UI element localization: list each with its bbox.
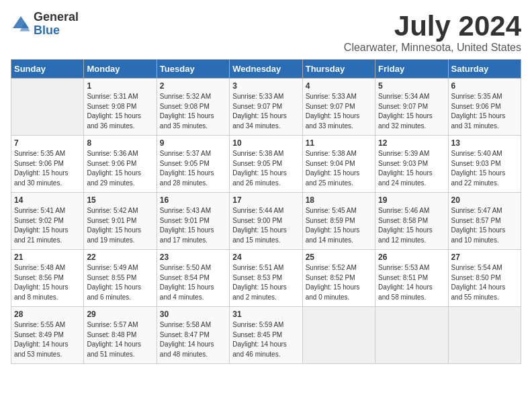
header-saturday: Saturday <box>448 60 521 79</box>
calendar-cell: 20Sunrise: 5:47 AM Sunset: 8:57 PM Dayli… <box>448 193 521 250</box>
day-number: 29 <box>87 310 153 319</box>
week-row-1: 1Sunrise: 5:31 AM Sunset: 9:08 PM Daylig… <box>11 79 521 136</box>
day-info: Sunrise: 5:53 AM Sunset: 8:51 PM Dayligh… <box>378 263 445 302</box>
logo: General Blue <box>11 11 79 38</box>
day-number: 17 <box>232 195 299 205</box>
calendar-cell: 23Sunrise: 5:50 AM Sunset: 8:54 PM Dayli… <box>157 250 229 307</box>
day-number: 21 <box>14 253 81 262</box>
day-number: 1 <box>87 81 153 91</box>
day-number: 24 <box>232 253 299 262</box>
day-info: Sunrise: 5:50 AM Sunset: 8:54 PM Dayligh… <box>160 263 226 302</box>
day-info: Sunrise: 5:33 AM Sunset: 9:07 PM Dayligh… <box>306 92 372 131</box>
week-row-5: 28Sunrise: 5:55 AM Sunset: 8:49 PM Dayli… <box>11 307 521 364</box>
day-number: 15 <box>87 195 153 205</box>
calendar-cell <box>448 307 521 364</box>
day-info: Sunrise: 5:34 AM Sunset: 9:07 PM Dayligh… <box>378 92 445 131</box>
header-thursday: Thursday <box>302 60 375 79</box>
calendar-cell: 22Sunrise: 5:49 AM Sunset: 8:55 PM Dayli… <box>84 250 157 307</box>
calendar-cell: 3Sunrise: 5:33 AM Sunset: 9:07 PM Daylig… <box>230 79 302 136</box>
header-friday: Friday <box>375 60 448 79</box>
day-info: Sunrise: 5:35 AM Sunset: 9:06 PM Dayligh… <box>451 92 518 131</box>
calendar-cell: 7Sunrise: 5:35 AM Sunset: 9:06 PM Daylig… <box>11 136 84 193</box>
day-info: Sunrise: 5:52 AM Sunset: 8:52 PM Dayligh… <box>306 263 372 302</box>
calendar-cell: 4Sunrise: 5:33 AM Sunset: 9:07 PM Daylig… <box>302 79 375 136</box>
day-info: Sunrise: 5:40 AM Sunset: 9:03 PM Dayligh… <box>451 149 518 188</box>
day-info: Sunrise: 5:47 AM Sunset: 8:57 PM Dayligh… <box>451 206 518 245</box>
day-info: Sunrise: 5:59 AM Sunset: 8:45 PM Dayligh… <box>232 320 299 359</box>
page-title: July 2024 <box>344 11 521 42</box>
calendar-cell: 26Sunrise: 5:53 AM Sunset: 8:51 PM Dayli… <box>375 250 448 307</box>
calendar-cell: 1Sunrise: 5:31 AM Sunset: 9:08 PM Daylig… <box>84 79 157 136</box>
calendar-cell: 25Sunrise: 5:52 AM Sunset: 8:52 PM Dayli… <box>302 250 375 307</box>
calendar-cell: 24Sunrise: 5:51 AM Sunset: 8:53 PM Dayli… <box>230 250 302 307</box>
calendar-table: SundayMondayTuesdayWednesdayThursdayFrid… <box>11 59 521 364</box>
calendar-cell <box>302 307 375 364</box>
day-number: 20 <box>451 195 518 205</box>
day-number: 23 <box>160 253 226 262</box>
calendar-cell: 10Sunrise: 5:38 AM Sunset: 9:05 PM Dayli… <box>230 136 302 193</box>
day-info: Sunrise: 5:58 AM Sunset: 8:47 PM Dayligh… <box>160 320 226 359</box>
day-info: Sunrise: 5:57 AM Sunset: 8:48 PM Dayligh… <box>87 320 153 359</box>
page-subtitle: Clearwater, Minnesota, United States <box>344 42 521 54</box>
day-info: Sunrise: 5:31 AM Sunset: 9:08 PM Dayligh… <box>87 92 153 131</box>
calendar-header-row: SundayMondayTuesdayWednesdayThursdayFrid… <box>11 60 521 79</box>
day-number: 7 <box>14 138 81 148</box>
day-number: 6 <box>451 81 518 91</box>
day-info: Sunrise: 5:38 AM Sunset: 9:04 PM Dayligh… <box>306 149 372 188</box>
day-number: 26 <box>378 253 445 262</box>
calendar-cell: 31Sunrise: 5:59 AM Sunset: 8:45 PM Dayli… <box>230 307 302 364</box>
day-number: 3 <box>232 81 299 91</box>
calendar-cell: 15Sunrise: 5:42 AM Sunset: 9:01 PM Dayli… <box>84 193 157 250</box>
day-info: Sunrise: 5:41 AM Sunset: 9:02 PM Dayligh… <box>14 206 81 245</box>
day-info: Sunrise: 5:32 AM Sunset: 9:08 PM Dayligh… <box>160 92 226 131</box>
logo-icon <box>11 14 31 34</box>
day-info: Sunrise: 5:39 AM Sunset: 9:03 PM Dayligh… <box>378 149 445 188</box>
day-info: Sunrise: 5:35 AM Sunset: 9:06 PM Dayligh… <box>14 149 81 188</box>
calendar-cell <box>11 79 84 136</box>
day-number: 16 <box>160 195 226 205</box>
calendar-cell: 17Sunrise: 5:44 AM Sunset: 9:00 PM Dayli… <box>230 193 302 250</box>
calendar-cell: 14Sunrise: 5:41 AM Sunset: 9:02 PM Dayli… <box>11 193 84 250</box>
calendar-cell: 30Sunrise: 5:58 AM Sunset: 8:47 PM Dayli… <box>157 307 229 364</box>
day-info: Sunrise: 5:54 AM Sunset: 8:50 PM Dayligh… <box>451 263 518 302</box>
day-number: 8 <box>87 138 153 148</box>
day-info: Sunrise: 5:42 AM Sunset: 9:01 PM Dayligh… <box>87 206 153 245</box>
header: General Blue July 2024 Clearwater, Minne… <box>11 11 521 54</box>
day-number: 30 <box>160 310 226 319</box>
day-info: Sunrise: 5:48 AM Sunset: 8:56 PM Dayligh… <box>14 263 81 302</box>
day-info: Sunrise: 5:37 AM Sunset: 9:05 PM Dayligh… <box>160 149 226 188</box>
day-number: 14 <box>14 195 81 205</box>
logo-blue-text: Blue <box>34 24 79 38</box>
day-number: 31 <box>232 310 299 319</box>
calendar-cell: 19Sunrise: 5:46 AM Sunset: 8:58 PM Dayli… <box>375 193 448 250</box>
header-monday: Monday <box>84 60 157 79</box>
logo-text: General Blue <box>34 11 79 38</box>
calendar-cell: 2Sunrise: 5:32 AM Sunset: 9:08 PM Daylig… <box>157 79 229 136</box>
calendar-cell <box>375 307 448 364</box>
day-number: 12 <box>378 138 445 148</box>
week-row-3: 14Sunrise: 5:41 AM Sunset: 9:02 PM Dayli… <box>11 193 521 250</box>
day-info: Sunrise: 5:55 AM Sunset: 8:49 PM Dayligh… <box>14 320 81 359</box>
calendar-cell: 8Sunrise: 5:36 AM Sunset: 9:06 PM Daylig… <box>84 136 157 193</box>
day-number: 11 <box>306 138 372 148</box>
day-info: Sunrise: 5:46 AM Sunset: 8:58 PM Dayligh… <box>378 206 445 245</box>
title-section: July 2024 Clearwater, Minnesota, United … <box>344 11 521 54</box>
header-sunday: Sunday <box>11 60 84 79</box>
calendar-cell: 21Sunrise: 5:48 AM Sunset: 8:56 PM Dayli… <box>11 250 84 307</box>
day-info: Sunrise: 5:44 AM Sunset: 9:00 PM Dayligh… <box>232 206 299 245</box>
header-wednesday: Wednesday <box>230 60 302 79</box>
calendar-cell: 5Sunrise: 5:34 AM Sunset: 9:07 PM Daylig… <box>375 79 448 136</box>
logo-general-text: General <box>34 11 79 24</box>
calendar-cell: 11Sunrise: 5:38 AM Sunset: 9:04 PM Dayli… <box>302 136 375 193</box>
calendar-cell: 29Sunrise: 5:57 AM Sunset: 8:48 PM Dayli… <box>84 307 157 364</box>
day-number: 5 <box>378 81 445 91</box>
day-number: 22 <box>87 253 153 262</box>
day-number: 4 <box>306 81 372 91</box>
day-info: Sunrise: 5:33 AM Sunset: 9:07 PM Dayligh… <box>232 92 299 131</box>
calendar-cell: 28Sunrise: 5:55 AM Sunset: 8:49 PM Dayli… <box>11 307 84 364</box>
week-row-4: 21Sunrise: 5:48 AM Sunset: 8:56 PM Dayli… <box>11 250 521 307</box>
day-info: Sunrise: 5:38 AM Sunset: 9:05 PM Dayligh… <box>232 149 299 188</box>
day-number: 2 <box>160 81 226 91</box>
calendar-cell: 9Sunrise: 5:37 AM Sunset: 9:05 PM Daylig… <box>157 136 229 193</box>
day-info: Sunrise: 5:49 AM Sunset: 8:55 PM Dayligh… <box>87 263 153 302</box>
